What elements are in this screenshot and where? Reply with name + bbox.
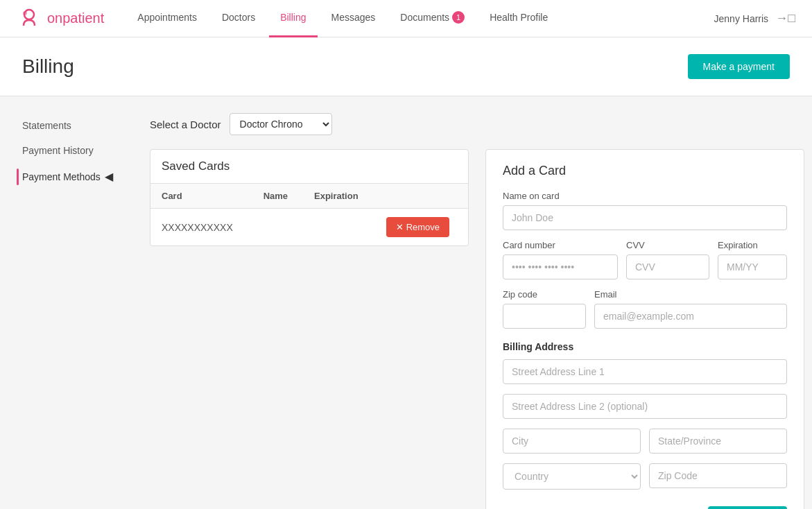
card-details-row: Card number CVV Expiration (503, 240, 787, 289)
street2-input[interactable] (503, 394, 787, 419)
country-group: Country (503, 463, 641, 490)
col-expiration: Expiration (303, 184, 375, 209)
city-state-row (503, 429, 787, 463)
add-card-panel: Add a Card Name on card Card number CVV (485, 149, 804, 509)
city-input[interactable] (503, 429, 641, 454)
billing-zip-group (649, 463, 787, 490)
doctor-select-label: Select a Doctor (150, 119, 221, 130)
logout-icon[interactable]: →□ (775, 11, 795, 26)
name-on-card-input[interactable] (503, 205, 787, 230)
brand-logo[interactable]: onpatient (17, 6, 104, 31)
card-expiration-cell (303, 209, 375, 246)
email-input[interactable] (594, 304, 787, 329)
state-group (649, 429, 787, 454)
username: Jenny Harris (714, 13, 769, 24)
street2-group (503, 394, 787, 419)
nav-doctors[interactable]: Doctors (211, 0, 266, 37)
card-number-label: Card number (503, 240, 618, 250)
cvv-label: CVV (626, 240, 709, 250)
cvv-input[interactable] (626, 254, 709, 279)
make-payment-button[interactable]: Make a payment (688, 54, 791, 79)
save-card-button[interactable]: Save Card (708, 506, 787, 509)
nav-user: Jenny Harris →□ (714, 11, 795, 26)
card-number-input[interactable] (503, 254, 618, 279)
card-name-cell (252, 209, 303, 246)
zip-code-label: Zip code (503, 289, 586, 300)
saved-cards-table: Card Name Expiration XXXXXXXXXXX (150, 183, 468, 245)
remove-card-button[interactable]: ✕ Remove (386, 217, 449, 237)
cards-and-add-section: Saved Cards Card Name Expiration (150, 149, 790, 509)
nav-health-profile[interactable]: Health Profile (478, 0, 559, 37)
card-actions-cell: ✕ Remove (375, 209, 468, 246)
zip-email-row: Zip code 55555 Email (503, 289, 787, 338)
nav-links: Appointments Doctors Billing Messages Do… (126, 0, 714, 37)
cvv-group: CVV (626, 240, 709, 279)
brand-name: onpatient (47, 10, 104, 26)
brand-icon (17, 6, 42, 31)
nav-documents[interactable]: Documents 1 (389, 0, 476, 37)
sidebar-item-payment-methods[interactable]: Payment Methods ◀ (22, 163, 133, 190)
sidebar: Statements Payment History Payment Metho… (22, 113, 133, 509)
sidebar-arrow-icon: ◀ (105, 170, 113, 183)
col-actions (375, 184, 468, 209)
main-content: Select a Doctor Doctor Chrono Saved Card… (150, 113, 790, 509)
card-number-group: Card number (503, 240, 618, 279)
country-zip-row: Country (503, 463, 787, 499)
col-card: Card (150, 184, 252, 209)
col-name: Name (252, 184, 303, 209)
email-label: Email (594, 289, 787, 300)
doctor-select-row: Select a Doctor Doctor Chrono (150, 113, 790, 135)
state-input[interactable] (649, 429, 787, 454)
billing-zip-input[interactable] (649, 463, 787, 488)
page-title: Billing (22, 55, 74, 78)
content-area: Statements Payment History Payment Metho… (0, 96, 812, 509)
page-header: Billing Make a payment (0, 37, 812, 96)
city-group (503, 429, 641, 454)
documents-badge: 1 (452, 11, 465, 24)
sidebar-item-payment-history[interactable]: Payment History (22, 138, 133, 163)
doctor-select[interactable]: Doctor Chrono (230, 113, 332, 135)
navbar: onpatient Appointments Doctors Billing M… (0, 0, 812, 37)
saved-cards-title: Saved Cards (150, 150, 468, 183)
nav-messages[interactable]: Messages (320, 0, 387, 37)
sidebar-item-statements[interactable]: Statements (22, 113, 133, 138)
email-group: Email (594, 289, 787, 329)
country-select[interactable]: Country (503, 463, 641, 490)
saved-cards-container: Saved Cards Card Name Expiration (150, 149, 469, 246)
billing-address-label: Billing Address (503, 341, 787, 352)
name-on-card-label: Name on card (503, 191, 787, 201)
zip-code-group: Zip code 55555 (503, 289, 586, 329)
expiration-input[interactable] (718, 254, 787, 279)
expiration-label: Expiration (718, 240, 787, 250)
saved-cards-section: Saved Cards Card Name Expiration (150, 149, 469, 509)
nav-billing[interactable]: Billing (269, 0, 317, 37)
card-number-cell: XXXXXXXXXXX (150, 209, 252, 246)
zip-code-input[interactable]: 55555 (503, 304, 586, 329)
nav-appointments[interactable]: Appointments (126, 0, 208, 37)
name-on-card-group: Name on card (503, 191, 787, 230)
add-card-title: Add a Card (503, 164, 787, 178)
street1-group (503, 359, 787, 384)
street1-input[interactable] (503, 359, 787, 384)
expiration-group: Expiration (718, 240, 787, 279)
svg-point-1 (23, 11, 27, 15)
table-row: XXXXXXXXXXX ✕ Remove (150, 209, 468, 246)
